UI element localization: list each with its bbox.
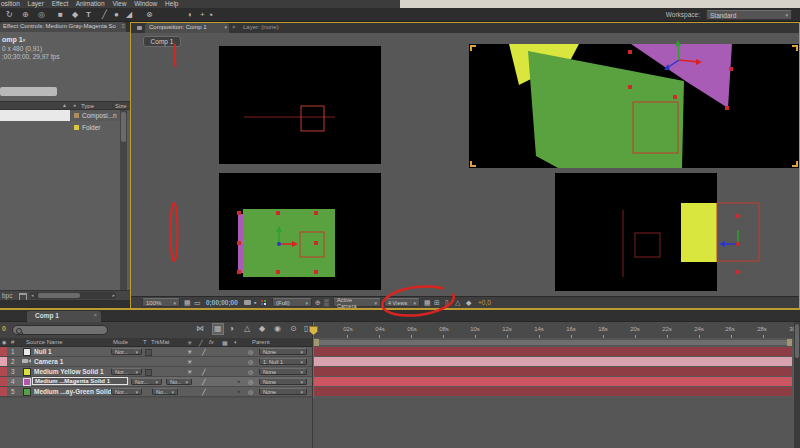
parent-pickwhip-icon[interactable]: ◎ [248,358,253,365]
layer-row[interactable]: 5 Medium ...ay-Green Solid 1 Nor... ▾ No… [0,387,312,397]
rename-edit-cell[interactable] [0,110,70,121]
fast-preview-icon[interactable]: ◆ [466,298,471,308]
layer-name[interactable]: Null 1 [34,348,52,355]
collapse-switch-icon[interactable]: ✳ [187,348,192,355]
transparency-grid-icon[interactable]: ▒ [324,298,329,308]
track-matte-dropdown[interactable]: No... ▾ [166,378,192,385]
workspace-dropdown[interactable]: Standard ▾ [706,10,792,20]
parent-pickwhip-icon[interactable]: ◎ [248,348,253,355]
graph-editor-icon[interactable]: ▯ [304,324,308,334]
project-list-header[interactable]: ▲ ● Type Size [0,101,130,110]
yellow-solid-side[interactable] [681,203,717,262]
track-matte-dropdown[interactable]: No... ▾ [152,388,178,395]
layer-duration-bar[interactable] [313,347,792,356]
parent-dropdown[interactable]: None ▾ [259,348,307,355]
quality-switch-icon[interactable]: ╱ [202,378,206,385]
panel-menu-icon[interactable]: ≡ [121,23,125,29]
project-vertical-scrollbar[interactable] [120,110,127,290]
project-horizontal-scrollbar[interactable]: ◂ ▸ [30,292,116,299]
view-layout-dropdown[interactable]: 4 Views ▾ [384,298,420,307]
scroll-left-icon[interactable]: ◂ [31,292,34,298]
tab-composition[interactable]: Composition: Comp 1 ▾ [145,23,229,33]
column-header-parent[interactable]: Parent [252,339,270,345]
column-header-number[interactable]: # [11,339,14,345]
blend-mode-dropdown[interactable]: Nor... ▾ [131,378,162,385]
label-color-chip[interactable] [0,387,7,396]
preserve-transparency-checkbox[interactable] [145,349,152,356]
layer-row[interactable]: 3 Medium Yellow Solid 1 Nor... ▾ ✳ ╱ ◎ N… [0,367,312,377]
parent-pickwhip-icon[interactable]: ◎ [248,368,253,375]
layer-duration-bar[interactable] [313,387,792,396]
parent-dropdown[interactable]: None ▾ [259,388,307,395]
draft-3d-icon[interactable]: ◑ [229,324,234,334]
blend-mode-dropdown[interactable]: Nor... ▾ [111,348,142,355]
puppet-pin-tool-icon[interactable]: ⊗ [146,10,153,20]
target-region-icon[interactable]: ⊕ [315,298,321,308]
tab-effect-controls[interactable]: Effect Controls: Medium Gray-Magenta So … [0,22,126,32]
layer-row-selected[interactable]: 4 Medium ...Magenta Solid 1 Nor... ▾ No.… [0,377,312,387]
pixel-aspect-icon[interactable]: △ [455,298,460,308]
project-item-folder[interactable]: Folder [0,122,118,133]
view-dropdown[interactable]: Active Camera ▾ [333,298,381,307]
scrollbar-thumb[interactable] [795,324,799,358]
timeline-timecode[interactable]: 0 [2,325,6,332]
motion-blur-icon[interactable]: ◉ [274,324,281,334]
rect-tool-icon[interactable]: ■ [58,10,63,20]
close-icon[interactable]: × [232,24,236,30]
close-icon[interactable]: × [93,312,97,318]
quality-switch-icon[interactable]: ╱ [202,388,206,395]
pixel-preview-icon[interactable]: ◐ [188,10,193,20]
scrollbar-thumb[interactable] [121,112,126,142]
menu-item-effect[interactable]: Effect [52,0,69,7]
rotation-tool-icon[interactable]: ↻ [6,10,13,20]
snap-icon[interactable]: + [200,10,205,20]
blend-mode-dropdown[interactable]: Nor... ▾ [111,388,142,395]
label-color-chip[interactable] [0,367,7,376]
menu-item-view[interactable]: View [112,0,126,7]
quality-switch-icon[interactable]: ╱ [202,348,206,355]
menu-item-layer[interactable]: Layer [28,0,44,7]
menu-item-animation[interactable]: Animation [76,0,105,7]
menu-item-composition[interactable]: osition [1,0,20,7]
layer-name-edit-box[interactable]: Medium ...Magenta Solid 1 [32,377,128,385]
column-header-type[interactable]: Type [81,103,94,109]
live-update-icon[interactable]: ▦ [212,323,224,335]
channels-icon[interactable] [261,300,269,305]
menu-item-help[interactable]: Help [165,0,178,7]
label-color-chip[interactable] [0,377,7,386]
column-header-t[interactable]: T [143,339,147,345]
parent-pickwhip-icon[interactable]: ◎ [248,378,253,385]
film-icon[interactable]: ▯ [445,298,449,308]
chevron-down-icon[interactable]: ▾ [224,24,227,30]
resolution-dropdown[interactable]: (Full) ▾ [272,298,312,307]
scroll-right-icon[interactable]: ▸ [112,292,115,298]
column-header-size[interactable]: Size [115,103,127,109]
search-input[interactable] [12,325,108,335]
pen-tool-icon[interactable]: ◆ [72,10,78,20]
preserve-transparency-checkbox[interactable] [145,369,152,376]
in-out-icon[interactable]: ⋈ [196,324,204,334]
work-area-start-handle[interactable] [314,339,319,346]
work-area-end-handle[interactable] [787,339,792,346]
brainstorm-icon[interactable]: ⊙ [290,324,297,334]
scrollbar-thumb[interactable] [38,293,80,298]
layer-name[interactable]: Camera 1 [34,358,63,365]
parent-pickwhip-icon[interactable]: ◎ [248,388,253,395]
time-ruler[interactable]: 02s 04s 06s 08s 10s 12s 14s 16s 18s 20s … [312,322,794,338]
toggle-mask-path-icon[interactable]: ⊞ [434,298,440,308]
orbit-camera-tool-icon[interactable]: ⊕ [22,10,29,20]
eraser-tool-icon[interactable]: ◢ [126,10,132,20]
work-area-bar[interactable] [314,340,792,345]
type-tool-icon[interactable]: T [86,10,91,20]
grid-guides-icon[interactable]: ▦ [184,298,191,308]
axis-gizmo[interactable] [719,230,740,247]
viewport-top-view[interactable] [219,46,381,164]
collapse-switch-icon[interactable]: ✳ [187,358,192,365]
clone-stamp-tool-icon[interactable]: ● [114,10,119,20]
column-header-source-name[interactable]: Source Name [26,339,63,345]
share-view-options-icon[interactable]: ▦ [424,298,431,308]
column-header-mode[interactable]: Mode [113,339,128,345]
menu-item-window[interactable]: Window [134,0,157,7]
green-solid-front[interactable] [243,209,335,277]
layer-duration-bar[interactable] [313,357,792,366]
